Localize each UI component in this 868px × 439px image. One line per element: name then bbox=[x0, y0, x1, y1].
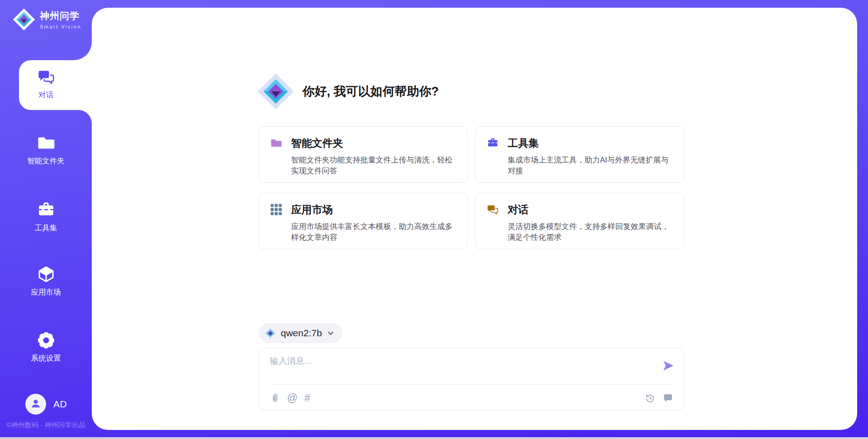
message-composer: @ # bbox=[259, 348, 684, 410]
sidebar-item-label: 智能文件夹 bbox=[27, 156, 65, 166]
card-smart-folder[interactable]: 智能文件夹 智能文件夹功能支持批量文件上传与清洗，轻松实现文件问答 bbox=[259, 126, 468, 183]
brand-name: 神州问学 bbox=[40, 10, 81, 22]
brand-subtitle: Smart Vision bbox=[40, 24, 81, 29]
model-name: qwen2:7b bbox=[281, 328, 322, 339]
main-panel: 你好, 我可以如何帮助你? 智能文件夹 智能文件夹功能支持批量文件上传与清洗，轻… bbox=[92, 8, 857, 430]
composer-divider bbox=[270, 384, 673, 385]
sidebar-item-smart-folder[interactable]: 智能文件夹 bbox=[0, 134, 92, 166]
chevron-down-icon bbox=[327, 330, 334, 337]
card-chat[interactable]: 对话 灵活切换多模型文件，支持多样回复效果调试，满足个性化需求 bbox=[475, 193, 684, 249]
active-tab-fillet-top bbox=[74, 42, 92, 60]
sidebar: 神州问学 Smart Vision 对话 智能文件夹 bbox=[0, 0, 92, 439]
chat-icon bbox=[487, 204, 499, 215]
user-initials: AD bbox=[53, 399, 67, 410]
active-tab-fillet-bottom bbox=[78, 110, 92, 124]
toolbox-icon bbox=[487, 137, 499, 149]
feature-cards: 智能文件夹 智能文件夹功能支持批量文件上传与清洗，轻松实现文件问答 bbox=[259, 126, 684, 249]
sidebar-item-label: 系统设置 bbox=[31, 353, 61, 363]
gear-icon bbox=[37, 331, 55, 349]
mention-icon[interactable]: @ bbox=[287, 393, 297, 403]
app-logo-icon bbox=[257, 73, 294, 110]
avatar bbox=[25, 394, 46, 415]
grid-icon bbox=[270, 204, 282, 215]
user-profile[interactable]: AD bbox=[25, 394, 67, 415]
message-input[interactable] bbox=[270, 355, 654, 382]
sidebar-item-chat[interactable]: 对话 bbox=[0, 68, 92, 100]
card-toolbox[interactable]: 工具集 集成市场上主流工具，助力AI与外界无缝扩展与对接 bbox=[475, 126, 684, 183]
sidebar-item-label: 对话 bbox=[38, 90, 53, 100]
composer-toolbar: @ # bbox=[270, 389, 673, 406]
sidebar-item-settings[interactable]: 系统设置 bbox=[0, 331, 92, 363]
card-title: 应用市场 bbox=[291, 203, 456, 217]
card-description: 集成市场上主流工具，助力AI与外界无缝扩展与对接 bbox=[508, 155, 672, 177]
card-description: 灵活切换多模型文件，支持多样回复效果调试，满足个性化需求 bbox=[508, 221, 672, 243]
sidebar-item-toolbox[interactable]: 工具集 bbox=[0, 201, 92, 233]
user-icon bbox=[30, 397, 42, 411]
card-title: 智能文件夹 bbox=[291, 136, 456, 150]
cube-icon bbox=[37, 265, 55, 283]
sidebar-item-app-market[interactable]: 应用市场 bbox=[0, 265, 92, 297]
model-logo-icon bbox=[264, 327, 276, 339]
card-description: 智能文件夹功能支持批量文件上传与清洗，轻松实现文件问答 bbox=[291, 155, 456, 177]
card-title: 工具集 bbox=[508, 136, 672, 150]
card-app-market[interactable]: 应用市场 应用市场提供丰富长文本模板，助力高效生成多样化文章内容 bbox=[259, 193, 468, 249]
brand-logo-icon bbox=[13, 8, 35, 31]
chat-icon bbox=[37, 68, 55, 86]
brand: 神州问学 Smart Vision bbox=[13, 8, 81, 31]
sidebar-footer: ©神州数码 · 神州问学出品 bbox=[6, 421, 85, 429]
greeting-text: 你好, 我可以如何帮助你? bbox=[302, 83, 439, 100]
attach-icon[interactable] bbox=[270, 393, 280, 403]
card-description: 应用市场提供丰富长文本模板，助力高效生成多样化文章内容 bbox=[291, 221, 456, 243]
folder-icon bbox=[37, 134, 55, 152]
sidebar-item-label: 应用市场 bbox=[31, 287, 61, 297]
history-icon[interactable] bbox=[645, 393, 655, 403]
greeting-block: 你好, 我可以如何帮助你? bbox=[257, 73, 439, 110]
toolbox-icon bbox=[37, 201, 55, 219]
sidebar-item-label: 工具集 bbox=[35, 223, 57, 233]
folder-icon bbox=[270, 137, 282, 149]
card-title: 对话 bbox=[508, 203, 672, 217]
hash-icon[interactable]: # bbox=[304, 393, 310, 403]
window-bottom-edge bbox=[0, 437, 868, 439]
send-icon[interactable] bbox=[662, 359, 675, 372]
feedback-icon[interactable] bbox=[663, 393, 673, 403]
model-selector[interactable]: qwen2:7b bbox=[259, 323, 342, 343]
